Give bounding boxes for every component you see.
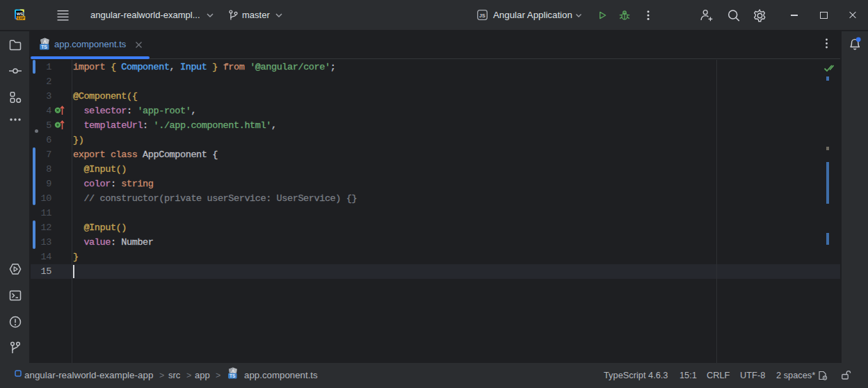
svg-text:TS: TS	[230, 373, 236, 378]
svg-text:JS: JS	[479, 13, 485, 18]
svg-text:WS: WS	[17, 12, 23, 16]
svg-text:EAP: EAP	[17, 17, 25, 20]
svg-text:TS: TS	[41, 45, 47, 49]
